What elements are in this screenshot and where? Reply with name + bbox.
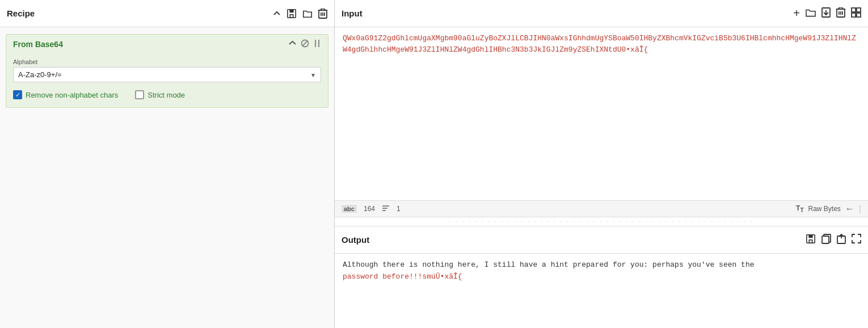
strict-mode-checkbox-item[interactable]: Strict mode bbox=[135, 90, 185, 99]
svg-rect-22 bbox=[857, 8, 861, 12]
operation-title: From Base64 bbox=[13, 40, 63, 49]
svg-rect-1 bbox=[289, 9, 293, 12]
alphabet-select[interactable]: A-Za-z0-9+/= ▼ bbox=[13, 67, 321, 82]
remove-nonalpha-label: Remove non-alphabet chars bbox=[26, 91, 118, 99]
svg-rect-32 bbox=[822, 236, 829, 243]
save-recipe-icon[interactable] bbox=[286, 9, 297, 19]
output-section: Output bbox=[335, 226, 868, 328]
back-arrow-icon[interactable]: ← bbox=[845, 204, 854, 214]
input-text-line2: hhcHMgeW91J3ZlIHNlZW4gdGhlIHBhc3N3b3JkIG… bbox=[374, 45, 648, 54]
select-arrow-icon: ▼ bbox=[310, 72, 316, 78]
status-abc-badge: abc bbox=[342, 205, 357, 213]
input-trash-icon[interactable] bbox=[836, 7, 845, 20]
svg-rect-2 bbox=[290, 14, 293, 17]
alphabet-label: Alphabet bbox=[13, 58, 321, 65]
output-line2: password before!!!smúÛ•xãÎ{ bbox=[343, 271, 860, 283]
tt-icon[interactable]: TT bbox=[796, 204, 803, 213]
input-import-icon[interactable] bbox=[821, 7, 831, 20]
right-panel: Input + bbox=[335, 0, 868, 328]
svg-rect-21 bbox=[852, 8, 856, 12]
operation-icons bbox=[289, 39, 321, 49]
resize-handle[interactable]: · · · · · · · · · · · · · · · · · · · · … bbox=[335, 217, 868, 226]
checkboxes-row: ✓ Remove non-alphabet chars Strict mode bbox=[13, 90, 321, 99]
status-right: TT Raw Bytes ← | bbox=[796, 204, 861, 214]
svg-line-10 bbox=[302, 41, 308, 47]
op-pause-icon[interactable] bbox=[314, 39, 321, 49]
input-grid-icon[interactable] bbox=[851, 7, 861, 20]
output-expand-icon[interactable] bbox=[852, 234, 861, 246]
delete-recipe-icon[interactable] bbox=[318, 9, 327, 19]
output-line1: Although there is nothing here, I still … bbox=[343, 259, 860, 271]
svg-rect-8 bbox=[321, 9, 325, 10]
operation-card: From Base64 bbox=[6, 34, 328, 108]
remove-nonalpha-checkbox-item[interactable]: ✓ Remove non-alphabet chars bbox=[13, 90, 118, 99]
open-folder-icon[interactable] bbox=[302, 9, 313, 19]
input-title: Input bbox=[342, 9, 363, 18]
recipe-body: From Base64 bbox=[0, 27, 334, 328]
status-left: abc 164 1 bbox=[342, 205, 401, 213]
output-title: Output bbox=[342, 235, 369, 245]
input-header: Input + bbox=[335, 0, 868, 27]
svg-rect-30 bbox=[809, 239, 812, 242]
status-char-count: 164 bbox=[364, 205, 375, 213]
operation-body: Alphabet A-Za-z0-9+/= ▼ ✓ Remove non-alp… bbox=[6, 54, 328, 107]
strict-mode-checkbox[interactable] bbox=[135, 90, 144, 99]
output-save-icon[interactable] bbox=[806, 234, 816, 246]
strict-mode-label: Strict mode bbox=[148, 91, 185, 99]
op-disable-icon[interactable] bbox=[301, 39, 309, 49]
svg-rect-29 bbox=[808, 234, 812, 237]
bar-icon: | bbox=[859, 204, 861, 214]
remove-nonalpha-checkbox[interactable]: ✓ bbox=[13, 90, 22, 99]
collapse-icon[interactable] bbox=[273, 10, 281, 18]
input-icons: + bbox=[793, 7, 861, 20]
operation-header: From Base64 bbox=[6, 35, 328, 54]
status-bar: abc 164 1 TT Raw Bytes ← | bbox=[335, 200, 868, 217]
status-line-sep bbox=[382, 205, 390, 213]
op-collapse-icon[interactable] bbox=[289, 40, 296, 49]
input-section: Input + bbox=[335, 0, 868, 217]
output-text-content: Although there is nothing here, I still … bbox=[335, 254, 868, 328]
recipe-header-icons bbox=[273, 9, 327, 19]
status-line-count: 1 bbox=[397, 205, 401, 213]
add-input-icon[interactable]: + bbox=[793, 7, 800, 20]
recipe-header: Recipe bbox=[0, 0, 334, 27]
svg-rect-20 bbox=[839, 7, 842, 9]
output-copy-icon[interactable] bbox=[821, 234, 831, 246]
output-export-icon[interactable] bbox=[837, 234, 846, 246]
checkmark-icon: ✓ bbox=[15, 92, 20, 98]
output-header: Output bbox=[335, 226, 868, 254]
recipe-title: Recipe bbox=[7, 9, 35, 18]
raw-bytes-label[interactable]: Raw Bytes bbox=[808, 205, 840, 213]
left-panel: Recipe bbox=[0, 0, 335, 328]
output-icons bbox=[806, 234, 861, 246]
input-folder-icon[interactable] bbox=[806, 8, 816, 19]
input-text-content[interactable]: QWx0aG91Z2gdGhlcmUgaXMgbm90aGluZyBoZXJlL… bbox=[335, 27, 868, 200]
alphabet-value: A-Za-z0-9+/= bbox=[18, 70, 62, 79]
svg-rect-23 bbox=[852, 13, 856, 17]
svg-rect-24 bbox=[857, 13, 861, 17]
